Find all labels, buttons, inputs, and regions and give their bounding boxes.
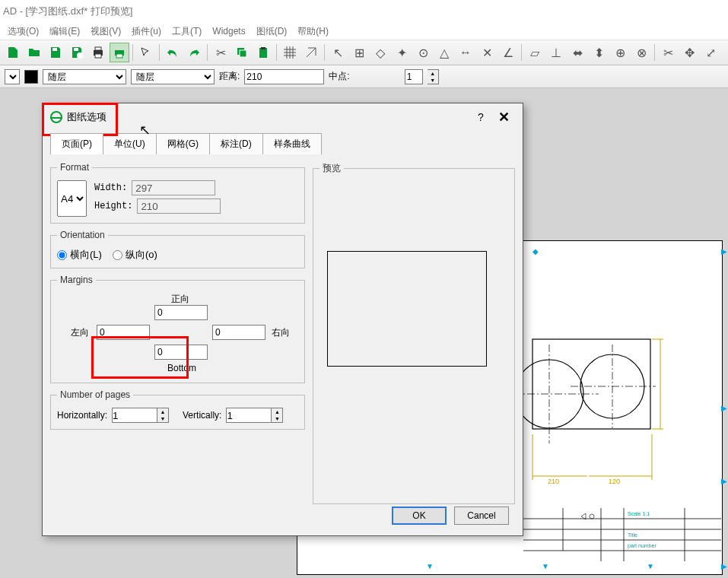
save-as-icon[interactable] bbox=[67, 43, 87, 62]
menu-drawing[interactable]: 图纸(D) bbox=[256, 25, 288, 38]
print-icon[interactable] bbox=[88, 43, 108, 62]
app-logo-icon bbox=[50, 111, 62, 123]
svg-point-2 bbox=[77, 52, 83, 59]
restrict-ortho-icon[interactable]: ⊥ bbox=[546, 43, 566, 62]
layer-select-1[interactable]: 随层 bbox=[43, 69, 126, 84]
svg-rect-11 bbox=[261, 47, 265, 49]
svg-rect-7 bbox=[116, 54, 122, 58]
snap-dist-icon[interactable]: ↔ bbox=[456, 43, 475, 62]
restrict-h-icon[interactable]: ⬌ bbox=[567, 43, 587, 62]
distance-label: 距离: bbox=[219, 70, 240, 83]
grid-icon[interactable] bbox=[280, 43, 300, 62]
pages-v-input[interactable] bbox=[226, 408, 272, 423]
margins-legend: Margins bbox=[57, 275, 96, 285]
snap-free-icon[interactable]: ↖ bbox=[328, 43, 348, 62]
width-input bbox=[132, 180, 215, 195]
margin-bottom-label: Bottom bbox=[167, 363, 196, 373]
tab-grid[interactable]: 网格(G) bbox=[157, 133, 210, 154]
menu-tools[interactable]: 工具(T) bbox=[172, 25, 202, 38]
margin-top-input[interactable] bbox=[154, 305, 208, 320]
undo-icon[interactable] bbox=[163, 43, 183, 62]
cancel-button[interactable]: Cancel bbox=[454, 507, 509, 525]
snap-int-icon[interactable]: ✕ bbox=[477, 43, 497, 62]
pages-h-input[interactable] bbox=[112, 408, 157, 423]
svg-rect-9 bbox=[240, 50, 246, 57]
print-preview-icon[interactable] bbox=[110, 43, 129, 62]
menu-view[interactable]: 视图(V) bbox=[91, 25, 121, 38]
main-toolbar: ✂ ↖ ⊞ ◇ ✦ ⊙ △ ↔ ✕ ∠ ▱ ⊥ ⬌ ⬍ ⊕ ⊗ ✂ ✥ ⤢ bbox=[0, 40, 728, 65]
margin-right-input[interactable] bbox=[212, 325, 265, 340]
dialog-help-button[interactable]: ? bbox=[469, 111, 492, 123]
restrict-v-icon[interactable]: ⬍ bbox=[589, 43, 609, 62]
snap-center-icon[interactable]: ⊙ bbox=[413, 43, 433, 62]
paste-icon[interactable] bbox=[253, 43, 273, 62]
menu-help[interactable]: 帮助(H) bbox=[297, 25, 329, 38]
margin-left-label: 左向 bbox=[71, 326, 89, 339]
tab-dimensions[interactable]: 标注(D) bbox=[210, 133, 263, 154]
orientation-landscape[interactable]: 横向(L) bbox=[57, 248, 102, 262]
tab-page[interactable]: 页面(P) bbox=[50, 133, 103, 154]
snap-on-icon[interactable]: ✦ bbox=[392, 43, 412, 62]
window-title: AD - [学习图纸.dxf* 打印预览] bbox=[3, 5, 132, 18]
restrict-nothing-icon[interactable]: ▱ bbox=[525, 43, 545, 62]
height-input bbox=[137, 198, 221, 214]
margin-top-label: 正向 bbox=[171, 293, 189, 306]
margins-group: Margins 正向 左向 右向 Bottom bbox=[50, 275, 305, 383]
color-swatch[interactable] bbox=[24, 70, 38, 84]
drawing-options-dialog: 图纸选项 ? ✕ 页面(P) 单位(U) 网格(G) 标注(D) 样条曲线 Fo… bbox=[42, 103, 523, 536]
new-file-icon[interactable] bbox=[3, 43, 23, 62]
copy-icon[interactable] bbox=[232, 43, 252, 62]
menubar: 选项(O) 编辑(E) 视图(V) 插件(u) 工具(T) Widgets 图纸… bbox=[0, 23, 728, 40]
orientation-portrait[interactable]: 纵向(o) bbox=[113, 248, 157, 262]
trim-icon[interactable]: ✂ bbox=[658, 43, 678, 62]
radio-portrait[interactable] bbox=[113, 250, 122, 260]
number-input[interactable] bbox=[405, 69, 423, 84]
dialog-title-text: 图纸选项 bbox=[67, 110, 106, 124]
snap-ang-icon[interactable]: ∠ bbox=[498, 43, 518, 62]
paper-format-select[interactable]: A4 bbox=[57, 180, 87, 217]
pages-legend: Number of pages bbox=[57, 389, 133, 400]
format-group: Format A4 Width: Height: bbox=[50, 162, 305, 224]
select-icon[interactable] bbox=[136, 43, 156, 62]
tab-splines[interactable]: 样条曲线 bbox=[263, 133, 322, 154]
preview-page bbox=[327, 251, 487, 367]
layer-select-2[interactable]: 随层 bbox=[131, 69, 215, 84]
menu-options[interactable]: 选项(O) bbox=[8, 25, 39, 38]
pages-v-spinner[interactable]: ▲▼ bbox=[272, 408, 283, 423]
height-label: Height: bbox=[94, 201, 132, 211]
distance-input[interactable] bbox=[244, 69, 324, 84]
redo-icon[interactable] bbox=[184, 43, 204, 62]
pages-h-label: Horizontally: bbox=[57, 410, 107, 421]
cut-icon[interactable]: ✂ bbox=[211, 43, 230, 62]
snap-grid-icon[interactable]: ⊞ bbox=[349, 43, 369, 62]
menu-widgets[interactable]: Widgets bbox=[212, 26, 245, 37]
format-legend: Format bbox=[57, 162, 92, 173]
menu-edit[interactable]: 编辑(E) bbox=[49, 25, 80, 38]
number-spinner[interactable]: ▲▼ bbox=[428, 69, 439, 84]
move-icon[interactable]: ✥ bbox=[679, 43, 699, 62]
margin-bottom-input[interactable] bbox=[154, 345, 208, 360]
rel-zero-icon[interactable]: ⊗ bbox=[631, 43, 651, 62]
ok-button[interactable]: OK bbox=[392, 507, 447, 525]
save-icon[interactable] bbox=[46, 43, 65, 62]
draft-icon[interactable] bbox=[301, 43, 321, 62]
tab-units[interactable]: 单位(U) bbox=[103, 133, 157, 154]
preview-legend: 预览 bbox=[319, 162, 344, 175]
radio-landscape[interactable] bbox=[57, 250, 67, 260]
margin-left-input[interactable] bbox=[97, 325, 150, 340]
pages-h-spinner[interactable]: ▲▼ bbox=[157, 408, 169, 423]
snap-mid-icon[interactable]: △ bbox=[434, 43, 454, 62]
dialog-titlebar[interactable]: 图纸选项 ? ✕ bbox=[43, 103, 523, 131]
properties-toolbar: — 随层 随层 距离: 中点: ▲▼ bbox=[0, 65, 728, 88]
linetype-select[interactable]: — bbox=[5, 69, 20, 84]
menu-plugins[interactable]: 插件(u) bbox=[132, 25, 161, 38]
window-titlebar: AD - [学习图纸.dxf* 打印预览] bbox=[0, 0, 728, 23]
snap-end-icon[interactable]: ◇ bbox=[370, 43, 390, 62]
preview-group: 预览 bbox=[313, 162, 515, 504]
svg-rect-1 bbox=[74, 48, 78, 51]
margin-right-label: 右向 bbox=[272, 326, 290, 339]
open-file-icon[interactable] bbox=[24, 43, 44, 62]
scale-icon[interactable]: ⤢ bbox=[701, 43, 720, 62]
lock-rel-icon[interactable]: ⊕ bbox=[610, 43, 630, 62]
dialog-close-button[interactable]: ✕ bbox=[492, 109, 515, 125]
